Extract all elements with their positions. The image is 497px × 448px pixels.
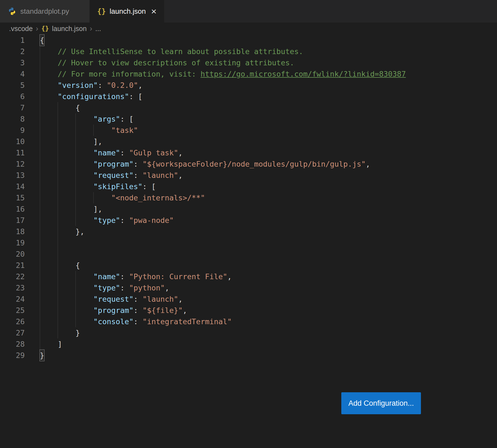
tab-standardplot-py[interactable]: standardplot.py — [0, 0, 90, 23]
code-line[interactable]: 1{ — [0, 35, 497, 46]
token-punct: } — [76, 329, 80, 337]
token-punct: { — [76, 261, 80, 270]
token-punct: , — [138, 81, 143, 89]
token-punct: , — [178, 171, 183, 180]
indent-guide — [40, 316, 58, 327]
token-punct: , — [183, 306, 187, 315]
line-number[interactable]: 27 — [0, 327, 25, 338]
line-number[interactable]: 4 — [0, 68, 25, 80]
code-line[interactable]: 14 "skipFiles": [ — [0, 181, 497, 192]
breadcrumb-file[interactable]: launch.json — [52, 25, 86, 33]
breadcrumb-folder[interactable]: .vscode — [9, 25, 33, 33]
line-number[interactable]: 3 — [0, 57, 25, 68]
code-line[interactable]: 13 "request": "launch", — [0, 170, 497, 181]
code-editor[interactable]: 1{2 // Use IntelliSense to learn about p… — [0, 35, 497, 361]
breadcrumb-more[interactable]: ... — [95, 25, 101, 33]
code-line[interactable]: 21 { — [0, 260, 497, 271]
code-line[interactable]: 24 "request": "launch", — [0, 293, 497, 305]
code-line[interactable]: 22 "name": "Python: Current File", — [0, 271, 497, 282]
code-line[interactable]: 12 "program": "${workspaceFolder}/node_m… — [0, 158, 497, 170]
code-line[interactable]: 3 // Hover to view descriptions of exist… — [0, 57, 497, 68]
line-number[interactable]: 9 — [0, 125, 25, 136]
line-number[interactable]: 5 — [0, 80, 25, 91]
line-number[interactable]: 22 — [0, 271, 25, 282]
code-line[interactable]: 9 "task" — [0, 125, 497, 136]
chevron-right-icon: › — [90, 25, 92, 32]
line-number[interactable]: 2 — [0, 46, 25, 57]
line-number[interactable]: 29 — [0, 350, 25, 361]
line-number[interactable]: 21 — [0, 260, 25, 271]
token-punct: , — [366, 160, 370, 168]
line-number[interactable]: 26 — [0, 316, 25, 327]
code-line[interactable]: 5 "version": "0.2.0", — [0, 80, 497, 91]
line-number[interactable]: 13 — [0, 170, 25, 181]
line-number[interactable]: 15 — [0, 192, 25, 203]
indent-guide — [40, 91, 58, 102]
line-number[interactable]: 19 — [0, 237, 25, 248]
indent-guide — [76, 147, 93, 158]
token-punct: ], — [93, 137, 102, 146]
line-number[interactable]: 28 — [0, 338, 25, 350]
token-punct: : — [133, 171, 143, 180]
indent-guide — [58, 260, 76, 271]
code-line[interactable]: 4 // For more information, visit: https:… — [0, 68, 497, 80]
close-icon[interactable]: × — [151, 7, 157, 16]
line-number[interactable]: 25 — [0, 305, 25, 316]
code-line[interactable]: 15 "<node_internals>/**" — [0, 192, 497, 203]
code-line[interactable]: 16 ], — [0, 203, 497, 215]
code-line-content: "console": "integratedTerminal" — [40, 316, 232, 327]
code-line[interactable]: 6 "configurations": [ — [0, 91, 497, 102]
add-configuration-button[interactable]: Add Configuration... — [341, 392, 421, 414]
code-line[interactable]: 20 — [0, 248, 497, 260]
code-line-content: { — [40, 102, 80, 113]
token-bracket: } — [40, 350, 44, 361]
token-punct: , — [165, 284, 169, 292]
code-line[interactable]: 18 }, — [0, 226, 497, 237]
token-string: "python" — [129, 284, 165, 292]
code-line[interactable]: 2 // Use IntelliSense to learn about pos… — [0, 46, 497, 57]
line-number[interactable]: 14 — [0, 181, 25, 192]
line-number[interactable]: 23 — [0, 282, 25, 293]
code-line-content: "request": "launch", — [40, 293, 183, 305]
line-number[interactable]: 1 — [0, 35, 25, 46]
line-number[interactable]: 20 — [0, 248, 25, 260]
indent-guide — [40, 271, 58, 282]
indent-guide — [58, 305, 76, 316]
code-line[interactable]: 25 "program": "${file}", — [0, 305, 497, 316]
code-line[interactable]: 23 "type": "python", — [0, 282, 497, 293]
code-line[interactable]: 7 { — [0, 102, 497, 113]
line-number[interactable]: 16 — [0, 203, 25, 215]
line-number[interactable]: 10 — [0, 136, 25, 147]
code-line[interactable]: 29} — [0, 350, 497, 361]
code-line[interactable]: 27 } — [0, 327, 497, 338]
line-number[interactable]: 18 — [0, 226, 25, 237]
code-line[interactable]: 19 — [0, 237, 497, 248]
line-number[interactable]: 8 — [0, 113, 25, 125]
indent-guide — [76, 170, 93, 181]
token-string: "pwa-node" — [129, 216, 174, 225]
indent-guide — [40, 338, 58, 350]
token-key: "program" — [93, 306, 133, 315]
code-line[interactable]: 17 "type": "pwa-node" — [0, 215, 497, 226]
code-line[interactable]: 11 "name": "Gulp task", — [0, 147, 497, 158]
indent-guide — [40, 136, 58, 147]
line-number[interactable]: 17 — [0, 215, 25, 226]
code-line[interactable]: 8 "args": [ — [0, 113, 497, 125]
code-line[interactable]: 10 ], — [0, 136, 497, 147]
indent-guide — [76, 215, 93, 226]
line-number[interactable]: 6 — [0, 91, 25, 102]
token-string: "Gulp task" — [129, 149, 178, 157]
token-punct: }, — [76, 227, 85, 236]
line-number[interactable]: 24 — [0, 293, 25, 305]
code-line[interactable]: 26 "console": "integratedTerminal" — [0, 316, 497, 327]
indent-guide — [58, 226, 76, 237]
code-line[interactable]: 28 ] — [0, 338, 497, 350]
indent-guide — [58, 316, 76, 327]
indent-guide — [58, 203, 76, 215]
line-number[interactable]: 12 — [0, 158, 25, 170]
code-line-content: "name": "Python: Current File", — [40, 271, 232, 282]
tab-launch-json[interactable]: {} launch.json × — [90, 0, 164, 23]
line-number[interactable]: 7 — [0, 102, 25, 113]
line-number[interactable]: 11 — [0, 147, 25, 158]
token-punct: : — [133, 160, 143, 168]
